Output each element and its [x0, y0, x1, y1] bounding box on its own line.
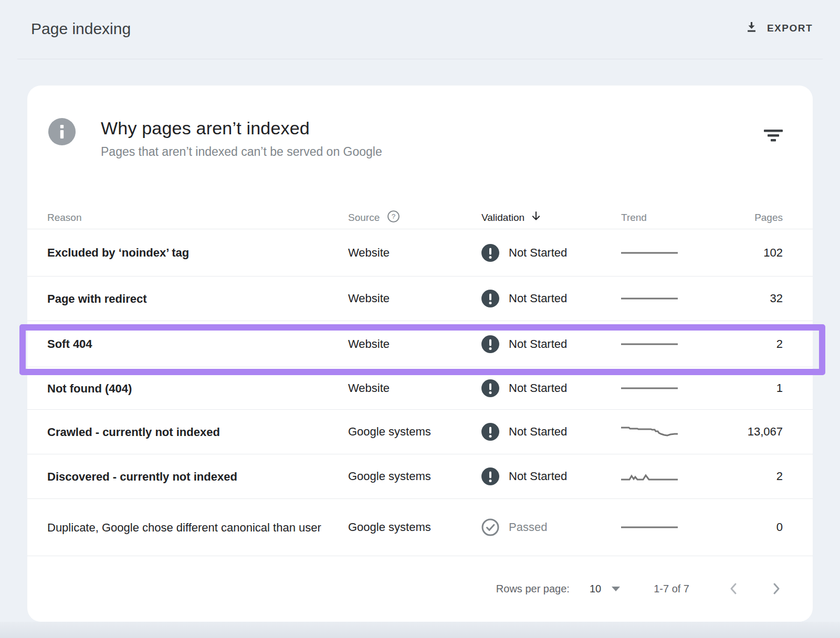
table-row-discovered-not-indexed[interactable]: Discovered - currently not indexed Googl…	[27, 454, 813, 499]
validation-label: Not Started	[509, 470, 567, 483]
pages-cell: 32	[731, 292, 783, 305]
trend-sparkline	[621, 291, 731, 306]
source-cell: Google systems	[348, 425, 481, 439]
previous-page-icon[interactable]	[727, 582, 741, 596]
download-icon	[744, 20, 759, 36]
table-row-soft-404[interactable]: Soft 404 Website Not Started 2	[27, 321, 813, 367]
filter-icon[interactable]	[764, 130, 783, 159]
validation-label: Not Started	[509, 292, 567, 305]
validation-cell: Not Started	[481, 335, 621, 353]
not-started-icon	[481, 467, 499, 485]
trend-sparkline	[621, 336, 731, 352]
trend-sparkline	[621, 245, 731, 261]
validation-cell: Not Started	[481, 244, 621, 262]
validation-cell: Passed	[481, 518, 621, 536]
pages-header-label: Pages	[754, 212, 783, 224]
pages-cell: 2	[731, 337, 783, 351]
column-header-validation[interactable]: Validation	[481, 210, 621, 225]
column-header-source[interactable]: Source ?	[348, 210, 481, 226]
table-row-crawled-not-indexed[interactable]: Crawled - currently not indexed Google s…	[27, 410, 813, 454]
not-started-icon	[481, 379, 499, 397]
header-divider	[17, 59, 823, 59]
pages-cell: 0	[731, 520, 783, 534]
why-pages-arent-indexed-card: Why pages aren’t indexed Pages that aren…	[27, 86, 813, 622]
source-cell: Website	[348, 292, 481, 305]
trend-header-label: Trend	[621, 212, 647, 224]
export-button[interactable]: EXPORT	[744, 20, 813, 36]
info-icon	[48, 118, 76, 145]
reason-header-label: Reason	[47, 212, 82, 224]
rows-per-page-label: Rows per page:	[496, 583, 570, 595]
source-header-label: Source	[348, 212, 380, 224]
svg-text:?: ?	[392, 212, 396, 220]
validation-cell: Not Started	[481, 467, 621, 485]
source-cell: Website	[348, 337, 481, 351]
trend-sparkline	[621, 424, 731, 440]
validation-cell: Not Started	[481, 290, 621, 307]
pages-cell: 13,067	[731, 425, 783, 439]
trend-sparkline	[621, 380, 731, 396]
validation-cell: Not Started	[481, 423, 621, 441]
reason-cell: Page with redirect	[47, 290, 331, 307]
page-range-label: 1-7 of 7	[654, 583, 689, 595]
column-header-pages[interactable]: Pages	[731, 212, 783, 224]
source-cell: Website	[348, 381, 481, 395]
pages-cell: 2	[731, 470, 783, 483]
reason-cell: Excluded by ‘noindex’ tag	[47, 244, 331, 261]
rows-per-page-value[interactable]: 10	[590, 583, 601, 595]
passed-icon	[481, 518, 499, 536]
source-cell: Google systems	[348, 520, 481, 534]
reason-cell: Duplicate, Google chose different canoni…	[47, 519, 331, 536]
reason-cell: Not found (404)	[47, 380, 331, 397]
table-body: Excluded by ‘noindex’ tag Website Not St…	[27, 229, 813, 556]
column-header-trend[interactable]: Trend	[621, 212, 731, 224]
not-started-icon	[481, 423, 499, 441]
card-title: Why pages aren’t indexed	[101, 118, 382, 139]
page-title: Page indexing	[31, 20, 131, 38]
not-started-icon	[481, 244, 499, 262]
column-header-reason[interactable]: Reason	[47, 212, 348, 224]
validation-label: Not Started	[509, 425, 567, 439]
sort-descending-icon	[530, 210, 542, 225]
validation-header-label: Validation	[481, 212, 524, 224]
table-row-duplicate-canonical[interactable]: Duplicate, Google chose different canoni…	[27, 499, 813, 556]
rows-per-page-dropdown-icon[interactable]	[612, 587, 620, 591]
export-label: EXPORT	[767, 23, 813, 34]
table-row-excluded-by-noindex[interactable]: Excluded by ‘noindex’ tag Website Not St…	[27, 229, 813, 277]
pages-cell: 102	[731, 246, 783, 260]
pagination-bar: Rows per page: 10 1-7 of 7	[27, 556, 813, 621]
not-started-icon	[481, 335, 499, 353]
not-started-icon	[481, 290, 499, 307]
reason-cell: Discovered - currently not indexed	[47, 468, 331, 485]
next-page-icon[interactable]	[769, 582, 783, 596]
help-icon[interactable]: ?	[387, 210, 400, 226]
validation-cell: Not Started	[481, 379, 621, 397]
validation-label: Passed	[509, 520, 547, 534]
table-header-row: Reason Source ? Validation Trend Pages	[27, 206, 813, 229]
card-subtitle: Pages that aren’t indexed can’t be serve…	[101, 145, 382, 159]
trend-sparkline	[621, 519, 731, 535]
reason-cell: Crawled - currently not indexed	[47, 423, 331, 441]
table-row-page-with-redirect[interactable]: Page with redirect Website Not Started 3…	[27, 277, 813, 321]
source-cell: Google systems	[348, 470, 481, 483]
validation-label: Not Started	[509, 381, 567, 395]
table-row-not-found-404[interactable]: Not found (404) Website Not Started 1	[27, 367, 813, 410]
pages-cell: 1	[731, 381, 783, 395]
source-cell: Website	[348, 246, 481, 260]
validation-label: Not Started	[509, 337, 567, 351]
reason-cell: Soft 404	[47, 335, 331, 353]
screenshot-bottom-edge	[0, 622, 840, 638]
trend-sparkline	[621, 469, 731, 484]
validation-label: Not Started	[509, 246, 567, 260]
